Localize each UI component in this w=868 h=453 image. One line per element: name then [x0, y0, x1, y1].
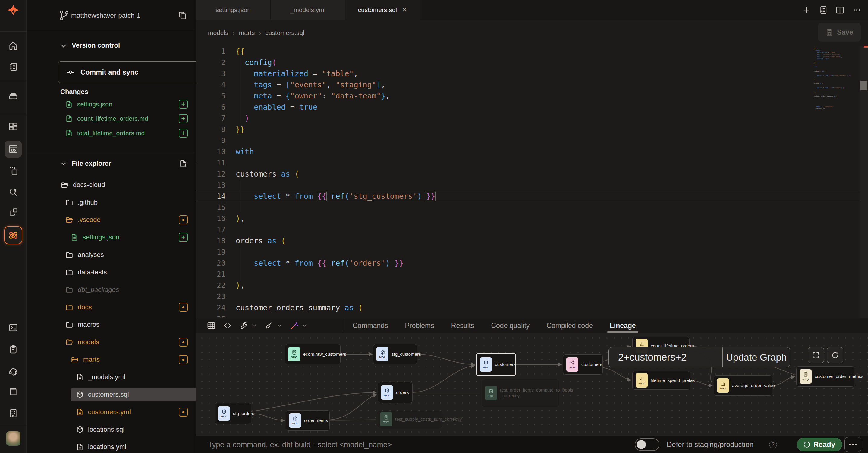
split-editor-icon[interactable]	[835, 5, 844, 14]
tree-item-customers.yml[interactable]: customers.yml	[27, 403, 195, 421]
tree-item-.vscode[interactable]: .vscode	[27, 211, 195, 229]
lineage-node-test-supply-costs[interactable]: TST test_supply_costs_sum_correctly	[377, 411, 443, 428]
chevron-down-icon[interactable]	[60, 42, 67, 50]
code-line-23[interactable]: 23	[196, 291, 868, 302]
fullscreen-button[interactable]	[808, 347, 824, 363]
code-line-5[interactable]: 5 meta = {"owner": "data-team"},	[196, 90, 868, 101]
command-input[interactable]: Type a command, ex. dbt build --select <…	[208, 440, 392, 449]
chevron-down-icon[interactable]	[60, 160, 67, 168]
dbt-logo-icon[interactable]	[6, 4, 21, 19]
ai-assist-dropdown[interactable]	[290, 321, 308, 330]
tree-item-locations.sql[interactable]: locations.sql	[27, 421, 195, 438]
headset-support-icon[interactable]	[8, 366, 18, 376]
panel-tab-lineage[interactable]: Lineage	[610, 318, 636, 333]
code-line-15[interactable]: 15	[196, 202, 868, 213]
panel-tab-results[interactable]: Results	[451, 318, 474, 333]
code-line-12[interactable]: 12customers as (	[196, 168, 868, 180]
changed-file-settings.json[interactable]: settings.json +	[27, 97, 195, 111]
clipboard-icon[interactable]	[8, 345, 18, 354]
lineage-node-average-order-value[interactable]: MET average_order_value	[714, 375, 772, 396]
code-editor[interactable]: 1{{2 config(3 materialized = "table",4 t…	[196, 46, 868, 318]
docs-book-icon[interactable]	[8, 387, 18, 396]
lineage-node-order-items[interactable]: MDL order_items	[286, 410, 330, 431]
results-table-icon[interactable]	[207, 321, 216, 330]
user-avatar[interactable]	[6, 431, 21, 446]
dbt-copilot-atom-icon[interactable]	[7, 229, 19, 241]
tree-item-settings.json[interactable]: settings.json+	[27, 229, 195, 246]
stage-add-badge[interactable]: +	[179, 114, 188, 123]
code-line-20[interactable]: 20 select * from {{ ref('orders') }}	[196, 258, 868, 269]
panel-tab-commands[interactable]: Commands	[352, 318, 388, 333]
more-options-icon[interactable]	[852, 5, 861, 14]
changed-file-count_lifetime_orders.md[interactable]: count_lifetime_orders.md +	[27, 111, 195, 126]
home-icon[interactable]	[8, 41, 18, 51]
code-line-11[interactable]: 11	[196, 157, 868, 168]
editor-tab-settings.json[interactable]: settings.json	[196, 0, 271, 20]
stage-add-badge[interactable]: +	[179, 129, 188, 138]
tree-item-data-tests[interactable]: data-tests	[27, 263, 195, 281]
build-tools-dropdown[interactable]	[239, 321, 257, 330]
editor-tab-_models.yml[interactable]: _models.yml	[271, 0, 345, 20]
tree-item-models[interactable]: models	[27, 333, 195, 351]
lineage-node-ecom-raw-customers[interactable]: SRC ecom.raw_customers	[285, 344, 341, 364]
refresh-graph-button[interactable]	[827, 347, 843, 363]
ready-status-button[interactable]: Ready	[797, 438, 842, 452]
tree-item-docs[interactable]: docs	[27, 298, 195, 316]
save-button[interactable]: Save	[818, 23, 861, 41]
code-line-3[interactable]: 3 materialized = "table",	[196, 68, 868, 79]
breadcrumb-customers.sql[interactable]: customers.sql	[265, 29, 304, 36]
new-tab-icon[interactable]	[802, 5, 811, 14]
panel-tab-problems[interactable]: Problems	[405, 318, 434, 333]
defer-toggle[interactable]	[635, 438, 659, 451]
code-line-17[interactable]: 17	[196, 224, 868, 235]
more-actions-button[interactable]	[844, 437, 861, 452]
code-toggle-icon[interactable]	[223, 321, 232, 330]
lineage-node-test-order-items[interactable]: TST test_order_items_compute_to_bools_co…	[482, 379, 559, 407]
notebook-panel-icon[interactable]	[818, 5, 828, 14]
code-line-25[interactable]: 25	[196, 313, 868, 318]
code-line-10[interactable]: 10with	[196, 146, 868, 157]
tree-item-_models.yml[interactable]: _models.yml	[27, 368, 195, 386]
code-line-9[interactable]: 9	[196, 135, 868, 146]
breadcrumb-models[interactable]: models	[208, 29, 228, 36]
code-line-13[interactable]: 13	[196, 180, 868, 191]
lineage-node-stg-customers[interactable]: MDL stg_customers	[373, 344, 417, 364]
tree-item-.github[interactable]: .github	[27, 194, 195, 211]
panel-tab-compiled-code[interactable]: Compiled code	[547, 318, 592, 333]
code-line-18[interactable]: 18orders as (	[196, 235, 868, 247]
windows-link-icon[interactable]	[8, 207, 18, 217]
close-tab-icon[interactable]: ✕	[402, 6, 407, 14]
code-line-1[interactable]: 1{{	[196, 46, 868, 57]
code-line-4[interactable]: 4 tags = ["events", "staging"],	[196, 79, 868, 90]
code-line-2[interactable]: 2 config(	[196, 57, 868, 68]
lineage-search-input[interactable]: 2+customers+2	[618, 352, 722, 363]
help-icon[interactable]: ?	[769, 441, 777, 449]
lineage-node-orders[interactable]: MDL orders	[378, 382, 412, 403]
code-line-21[interactable]: 21	[196, 269, 868, 280]
panel-tab-code-quality[interactable]: Code quality	[491, 318, 530, 333]
dashboard-grid-icon[interactable]	[8, 122, 18, 131]
lineage-node-lifetime-spend-pretax[interactable]: MET lifetime_spend_pretax	[632, 371, 690, 390]
update-graph-button[interactable]: Update Graph	[722, 347, 790, 367]
changed-file-total_lifetime_orders.md[interactable]: total_lifetime_orders.md +	[27, 126, 195, 140]
format-dropdown[interactable]	[265, 321, 283, 330]
code-line-22[interactable]: 22),	[196, 280, 868, 291]
copy-branch-icon[interactable]	[178, 11, 187, 21]
code-line-14[interactable]: 14 select * from {{ ref('stg_customers')…	[196, 191, 868, 202]
code-line-19[interactable]: 19	[196, 247, 868, 258]
code-line-8[interactable]: 8}}	[196, 124, 868, 135]
lineage-node-stg-orders[interactable]: MDL stg_orders	[215, 403, 251, 424]
editor-scrollbar[interactable]	[860, 46, 868, 318]
lineage-canvas[interactable]: SRC ecom.raw_customersMDL stg_customersM…	[196, 332, 868, 435]
inbox-stack-icon[interactable]	[8, 91, 18, 101]
stage-add-badge[interactable]: +	[179, 100, 188, 109]
tree-item-macros[interactable]: macros	[27, 316, 195, 333]
code-editor-icon[interactable]	[8, 144, 19, 154]
tree-item-dbt_packages[interactable]: dbt_packages	[27, 281, 195, 298]
tree-item-locations.yml[interactable]: locations.yml	[27, 438, 195, 453]
tree-item-analyses[interactable]: analyses	[27, 246, 195, 263]
scrollbar-thumb[interactable]	[860, 81, 867, 90]
tree-item-docs-cloud[interactable]: docs-cloud	[27, 176, 195, 194]
new-file-icon[interactable]	[179, 159, 187, 168]
lineage-node-customer-order-metrics[interactable]: SVQ customer_order_metrics	[796, 366, 854, 387]
